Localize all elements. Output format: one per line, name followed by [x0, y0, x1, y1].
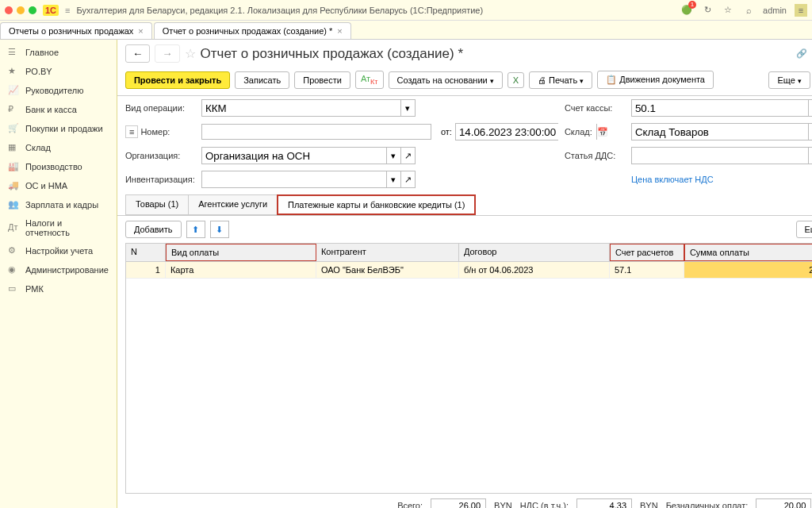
- chevron-down-icon[interactable]: ▾: [386, 171, 400, 187]
- sidebar-item-settings[interactable]: ⚙Настройки учета: [0, 241, 117, 260]
- tab-cards[interactable]: Платежные карты и банковские кредиты (1): [277, 194, 476, 215]
- menu-icon[interactable]: ≡: [795, 4, 807, 17]
- excel-button[interactable]: X: [508, 72, 524, 88]
- number-label: ≡ Номер:: [125, 127, 198, 137]
- movements-button[interactable]: 📋 Движения документа: [597, 71, 714, 89]
- bell-icon[interactable]: 🟢1: [680, 4, 693, 17]
- sidebar-item-label: Склад: [25, 143, 51, 152]
- page-title: Отчет о розничных продажах (создание) *: [201, 46, 792, 62]
- inventory-input[interactable]: [202, 171, 386, 187]
- sidebar-item-main[interactable]: ☰Главное: [0, 43, 117, 62]
- cell-contract[interactable]: б/н от 04.06.2023: [459, 262, 610, 278]
- sidebar-item-assets[interactable]: 🚚ОС и НМА: [0, 176, 117, 195]
- forward-button[interactable]: →: [155, 44, 179, 63]
- sidebar-item-tax[interactable]: ДтНалоги и отчетность: [0, 214, 117, 241]
- back-button[interactable]: ←: [125, 44, 150, 63]
- gear-icon: ⚙: [8, 245, 19, 256]
- sidebar-item-manager[interactable]: 📈Руководителю: [0, 81, 117, 100]
- write-button[interactable]: Записать: [235, 71, 289, 89]
- chart-icon: 📈: [8, 85, 19, 96]
- chevron-down-icon: ▾: [798, 77, 802, 85]
- sidebar-item-poby[interactable]: ★PO.BY: [0, 62, 117, 81]
- move-down-button[interactable]: ⬇: [210, 221, 229, 238]
- dtKt-button[interactable]: АтКт: [355, 71, 384, 89]
- table-row[interactable]: 1 Карта ОАО "Банк БелВЭБ" б/н от 04.06.2…: [126, 262, 812, 279]
- post-close-button[interactable]: Провести и закрыть: [125, 71, 230, 89]
- table-empty-area[interactable]: [126, 279, 812, 493]
- dds-input[interactable]: [632, 148, 808, 164]
- sidebar-item-production[interactable]: 🏭Производство: [0, 157, 117, 176]
- print-button[interactable]: 🖨 Печать▾: [529, 71, 592, 89]
- mac-close-icon[interactable]: [5, 6, 13, 14]
- create-based-button[interactable]: Создать на основании▾: [389, 71, 503, 89]
- chevron-down-icon[interactable]: ▾: [400, 100, 415, 116]
- sub-more-button[interactable]: Еще▾: [796, 221, 813, 238]
- sidebar-item-label: Налоги и отчетность: [25, 218, 109, 237]
- post-button[interactable]: Провести: [294, 71, 350, 89]
- cell-account[interactable]: 57.1: [610, 262, 684, 278]
- window-tab[interactable]: Отчеты о розничных продажах×: [0, 22, 152, 39]
- org-input[interactable]: [202, 148, 386, 164]
- cash-account-input[interactable]: [632, 100, 808, 116]
- warehouse-input[interactable]: [632, 124, 808, 140]
- sidebar-item-bank[interactable]: ₽Банк и касса: [0, 100, 117, 119]
- close-icon[interactable]: ×: [337, 26, 342, 36]
- chevron-down-icon[interactable]: ▾: [808, 124, 812, 140]
- warehouse-label: Склад:: [565, 127, 628, 137]
- sidebar-item-warehouse[interactable]: ▦Склад: [0, 138, 117, 157]
- payments-table: N Вид оплаты Контрагент Договор Счет рас…: [125, 243, 812, 494]
- window-tab[interactable]: Отчет о розничных продажах (создание) *×: [154, 22, 351, 39]
- tab-agent[interactable]: Агентские услуги: [188, 194, 278, 215]
- rmk-icon: ▭: [8, 283, 19, 294]
- home-icon: ☰: [8, 47, 19, 58]
- open-icon[interactable]: ↗: [400, 171, 415, 187]
- tab-goods[interactable]: Товары (1): [125, 194, 189, 215]
- vat-link[interactable]: Цена включает НДС: [631, 175, 812, 184]
- move-up-button[interactable]: ⬆: [186, 221, 205, 238]
- currency: BYN: [640, 501, 658, 508]
- sidebar-item-sales[interactable]: 🛒Покупки и продажи: [0, 119, 117, 138]
- mac-max-icon[interactable]: [29, 6, 36, 14]
- sidebar-item-admin[interactable]: ◉Администрирование: [0, 260, 117, 279]
- chevron-down-icon[interactable]: ▾: [386, 148, 400, 164]
- sidebar-item-label: Настройки учета: [25, 246, 93, 256]
- sidebar-item-salary[interactable]: 👥Зарплата и кадры: [0, 195, 117, 214]
- favorite-icon[interactable]: ☆: [185, 46, 196, 61]
- search-icon[interactable]: ⌕: [742, 4, 755, 17]
- mac-min-icon[interactable]: [17, 6, 25, 14]
- cell-counterparty[interactable]: ОАО "Банк БелВЭБ": [316, 262, 459, 278]
- add-button[interactable]: Добавить: [125, 221, 182, 238]
- close-icon[interactable]: ×: [138, 26, 143, 36]
- col-amount[interactable]: Сумма оплаты: [684, 244, 812, 261]
- truck-icon: 🚚: [8, 180, 19, 191]
- col-payment-type[interactable]: Вид оплаты: [166, 244, 316, 261]
- cell-payment-type[interactable]: Карта: [166, 262, 316, 278]
- cell-n: 1: [126, 262, 166, 278]
- operation-type-input[interactable]: [202, 100, 400, 116]
- total-value: 26,00: [431, 498, 486, 508]
- vat-value: 4,33: [576, 498, 632, 508]
- history-icon[interactable]: ↻: [701, 4, 714, 17]
- sidebar-item-label: РМК: [25, 284, 44, 294]
- col-n[interactable]: N: [126, 244, 166, 261]
- sidebar-item-label: PO.BY: [25, 67, 52, 76]
- app-title: Бухгалтерия для Беларуси, редакция 2.1. …: [76, 6, 674, 15]
- sidebar-item-rmk[interactable]: ▭РМК: [0, 279, 117, 298]
- number-input[interactable]: [201, 124, 431, 140]
- col-counterparty[interactable]: Контрагент: [316, 244, 459, 261]
- sidebar-item-label: ОС и НМА: [25, 181, 67, 190]
- sidebar-item-label: Администрирование: [25, 265, 109, 275]
- star-icon[interactable]: ☆: [722, 4, 734, 17]
- link-icon[interactable]: 🔗: [796, 48, 807, 59]
- col-account[interactable]: Счет расчетов: [610, 244, 684, 261]
- factory-icon: 🏭: [8, 161, 19, 172]
- cell-amount[interactable]: 20,00: [684, 262, 812, 278]
- col-contract[interactable]: Договор: [459, 244, 610, 261]
- chevron-down-icon[interactable]: ▾: [808, 148, 812, 164]
- window-tab-label: Отчеты о розничных продажах: [9, 26, 133, 36]
- date-label: от:: [441, 127, 452, 137]
- hamburger-icon[interactable]: ≡: [65, 6, 70, 15]
- open-icon[interactable]: ↗: [400, 148, 415, 164]
- more-button[interactable]: Еще▾: [768, 71, 810, 89]
- chevron-down-icon[interactable]: ▾: [808, 100, 812, 116]
